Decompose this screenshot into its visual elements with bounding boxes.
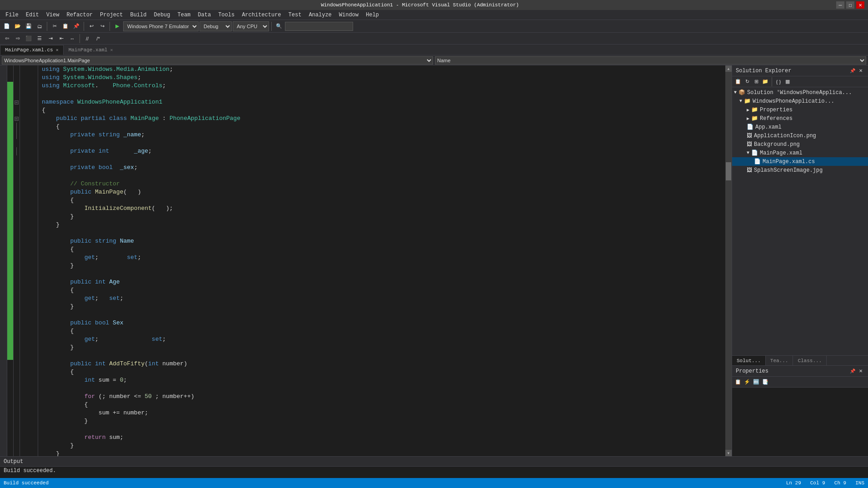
code-line-21 <box>42 229 722 237</box>
tab-mainpage-cs[interactable]: MainPage.xaml.cs ✕ <box>0 45 64 55</box>
tree-splashscreen[interactable]: 🖼 SplashScreenImage.jpg <box>732 166 868 174</box>
redo-btn[interactable]: ↪ <box>97 21 107 31</box>
target-dropdown[interactable]: Windows Phone 7 Emulator <box>123 21 199 31</box>
se-header-controls: 📌 ✕ <box>849 67 864 75</box>
se-showfiles-btn[interactable]: 📁 <box>761 78 769 86</box>
tab-mainpage-cs-close[interactable]: ✕ <box>56 47 59 53</box>
left-indicator <box>0 65 7 456</box>
menu-debug[interactable]: Debug <box>150 10 174 20</box>
paste-btn[interactable]: 📌 <box>71 21 81 31</box>
tb2-btn4[interactable]: ☰ <box>35 34 45 44</box>
tb2-btn1[interactable]: ⇦ <box>2 34 12 44</box>
props-close-btn[interactable]: ✕ <box>857 368 864 375</box>
menu-refactor[interactable]: Refactor <box>63 10 96 20</box>
se-filter-btn[interactable]: ⊞ <box>752 78 760 86</box>
tab-bar: MainPage.xaml.cs ✕ MainPage.xaml ✕ <box>0 45 868 55</box>
config-dropdown[interactable]: Debug Release <box>200 21 232 31</box>
tb2-btn7[interactable]: ↔ <box>67 34 77 44</box>
cg5[interactable]: − <box>14 98 20 106</box>
menu-help[interactable]: Help <box>362 10 383 20</box>
tb2-btn5[interactable]: ⇥ <box>45 34 55 44</box>
props-btn1[interactable]: 📋 <box>734 378 742 386</box>
window-controls: ─ □ ✕ <box>836 1 864 9</box>
menu-analyze[interactable]: Analyze <box>305 10 335 20</box>
scroll-up[interactable]: ▲ <box>725 65 732 72</box>
cg7[interactable]: − <box>14 115 20 123</box>
tree-references[interactable]: ▶ 📁 References <box>732 114 868 123</box>
scroll-down[interactable]: ▼ <box>725 450 732 456</box>
tb2-uncomment[interactable]: /* <box>93 34 103 44</box>
close-button[interactable]: ✕ <box>856 1 864 9</box>
code-line-34: get; set; <box>42 335 722 344</box>
tree-mainpagecs[interactable]: 📄 MainPage.xaml.cs <box>732 157 868 166</box>
g25 <box>7 262 13 270</box>
status-mode: INS <box>855 480 864 486</box>
tab-mainpage-xaml-close[interactable]: ✕ <box>110 47 113 53</box>
props-btn3[interactable]: 🔤 <box>752 378 760 386</box>
menu-team[interactable]: Team <box>174 10 195 20</box>
code-editor[interactable]: using System.Windows.Media.Animation; us… <box>38 65 725 456</box>
tree-appicon[interactable]: 🖼 ApplicationIcon.png <box>732 131 868 140</box>
se-tab-team[interactable]: Tea... <box>766 356 793 365</box>
menu-data[interactable]: Data <box>194 10 215 20</box>
cut-btn[interactable]: ✂ <box>50 21 60 31</box>
props-btn4[interactable]: 📑 <box>761 378 769 386</box>
copy-btn[interactable]: 📋 <box>60 21 70 31</box>
code-line-3: using Microsoft. Phone.Controls; <box>42 82 722 90</box>
menu-edit[interactable]: Edit <box>22 10 43 20</box>
menu-project[interactable]: Project <box>96 10 126 20</box>
se-viewdesign-btn[interactable]: ▦ <box>783 78 792 86</box>
run-btn[interactable]: ▶ <box>112 21 122 31</box>
vertical-scrollbar[interactable]: ▲ ▼ <box>725 65 732 456</box>
tb2-btn3[interactable]: ⬛ <box>24 34 34 44</box>
properties-expand-icon: ▶ <box>747 107 749 113</box>
menu-view[interactable]: View <box>43 10 63 20</box>
find-btn[interactable]: 🔍 <box>274 21 284 31</box>
props-pin-btn[interactable]: 📌 <box>849 368 856 375</box>
tb2-comment[interactable]: // <box>82 34 92 44</box>
code-line-30: } <box>42 303 722 311</box>
tree-properties[interactable]: ▶ 📁 Properties <box>732 105 868 114</box>
se-props-btn[interactable]: 📋 <box>734 78 742 86</box>
menu-architecture[interactable]: Architecture <box>238 10 284 20</box>
tb2-btn2[interactable]: ⇨ <box>13 34 23 44</box>
tree-solution[interactable]: ▼ 📦 Solution 'WindowsPhoneApplica... <box>732 88 868 97</box>
tree-background[interactable]: 🖼 Background.png <box>732 140 868 149</box>
g34 <box>7 335 13 344</box>
se-tab-class[interactable]: Class... <box>793 356 827 365</box>
se-refresh-btn[interactable]: ↻ <box>743 78 751 86</box>
status-build: Build succeeded <box>4 480 49 486</box>
scroll-thumb[interactable] <box>726 162 731 180</box>
menu-file[interactable]: File <box>2 10 22 20</box>
minimize-button[interactable]: ─ <box>836 1 844 9</box>
g14 <box>7 172 13 180</box>
status-right: Ln 29 Col 9 Ch 9 INS <box>786 480 864 486</box>
g28 <box>7 286 13 294</box>
appicon-icon: 🖼 <box>747 132 752 139</box>
save-all-btn[interactable]: 🗂 <box>35 21 45 31</box>
menu-window[interactable]: Window <box>335 10 362 20</box>
save-btn[interactable]: 💾 <box>24 21 34 31</box>
tab-mainpage-xaml[interactable]: MainPage.xaml ✕ <box>64 45 118 55</box>
open-btn[interactable]: 📂 <box>13 21 23 31</box>
maximize-button[interactable]: □ <box>846 1 854 9</box>
se-tab-solution[interactable]: Solut... <box>732 356 766 365</box>
se-close-btn[interactable]: ✕ <box>857 67 864 75</box>
platform-dropdown[interactable]: Any CPU <box>233 21 269 31</box>
se-viewcode-btn[interactable]: { } <box>774 78 783 86</box>
menu-build[interactable]: Build <box>126 10 150 20</box>
menu-test[interactable]: Test <box>285 10 305 20</box>
tb2-btn6[interactable]: ⇤ <box>56 34 66 44</box>
collapse-gutter: − − <box>14 65 20 456</box>
tree-mainpagexaml[interactable]: ▼ 📄 MainPage.xaml <box>732 149 868 157</box>
nav-left-dropdown[interactable]: WindowsPhoneApplication1.MainPage <box>2 56 433 65</box>
search-input[interactable] <box>285 22 353 31</box>
tree-project[interactable]: ▼ 📁 WindowsPhoneApplicatio... <box>732 97 868 105</box>
menu-tools[interactable]: Tools <box>215 10 238 20</box>
nav-right-dropdown[interactable]: Name <box>435 56 866 65</box>
se-pin-btn[interactable]: 📌 <box>849 67 856 75</box>
props-btn2[interactable]: ⚡ <box>743 378 751 386</box>
undo-btn[interactable]: ↩ <box>86 21 96 31</box>
new-project-btn[interactable]: 📄 <box>2 21 12 31</box>
tree-appxaml[interactable]: 📄 App.xaml <box>732 123 868 131</box>
